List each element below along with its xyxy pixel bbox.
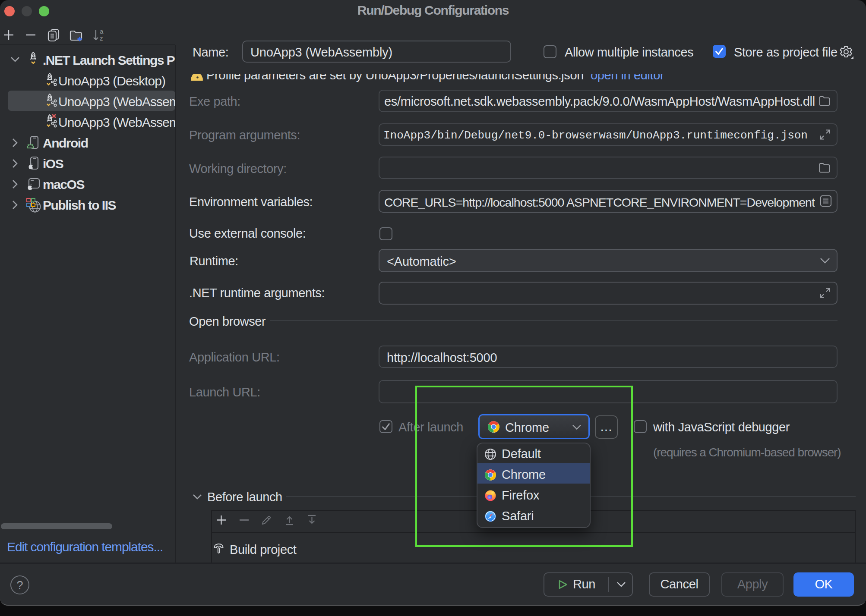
- svg-text:a: a: [100, 28, 104, 35]
- svg-text:z: z: [100, 35, 103, 42]
